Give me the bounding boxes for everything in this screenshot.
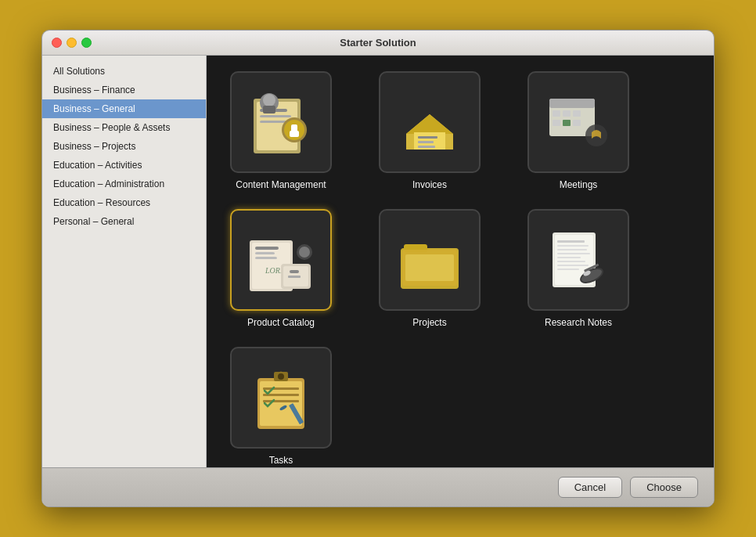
icon-invoices (379, 71, 481, 173)
svg-rect-8 (290, 131, 299, 137)
svg-rect-20 (553, 110, 560, 117)
solution-grid: Content Management Invoices Meetings LO (222, 71, 698, 466)
icon-product-catalog: LOREM (230, 209, 332, 311)
content-area: Content Management Invoices Meetings LO (207, 56, 714, 467)
icon-content-management (230, 71, 332, 173)
svg-rect-46 (557, 240, 585, 243)
svg-rect-21 (563, 110, 571, 117)
close-button[interactable] (52, 38, 62, 48)
svg-rect-31 (255, 257, 277, 259)
svg-rect-47 (557, 245, 589, 247)
window: Starter Solution All SolutionsBusiness –… (41, 30, 715, 507)
maximize-button[interactable] (81, 38, 92, 48)
svg-rect-11 (263, 106, 275, 114)
sidebar-item-all-solutions[interactable]: All Solutions (42, 62, 206, 81)
svg-point-38 (299, 247, 310, 258)
grid-item-research-notes[interactable]: Research Notes (520, 209, 637, 328)
svg-rect-50 (557, 257, 581, 258)
grid-item-content-management[interactable]: Content Management (222, 71, 340, 190)
svg-rect-43 (405, 254, 454, 281)
svg-rect-22 (573, 110, 581, 117)
svg-marker-13 (406, 114, 453, 134)
minimize-button[interactable] (67, 38, 77, 48)
icon-research-notes (527, 209, 629, 311)
label-invoices: Invoices (412, 179, 447, 190)
window-title: Starter Solution (340, 37, 416, 49)
svg-rect-62 (263, 387, 299, 390)
sidebar-item-business-people[interactable]: Business – People & Assets (42, 118, 206, 137)
svg-rect-64 (263, 400, 299, 402)
label-meetings: Meetings (560, 179, 598, 190)
sidebar-item-education-resources[interactable]: Education – Resources (42, 193, 206, 212)
label-projects: Projects (412, 317, 446, 328)
footer: Cancel Choose (42, 467, 714, 506)
sidebar-item-personal-general[interactable]: Personal – General (42, 212, 206, 231)
svg-point-61 (278, 373, 284, 380)
svg-rect-23 (553, 120, 560, 126)
cancel-button[interactable]: Cancel (558, 477, 622, 498)
label-tasks: Tasks (269, 455, 293, 466)
svg-rect-19 (549, 99, 595, 108)
icon-tasks (230, 347, 332, 449)
sidebar-item-education-administration[interactable]: Education – Administration (42, 175, 206, 193)
label-research-notes: Research Notes (545, 317, 612, 328)
svg-rect-53 (557, 268, 579, 270)
label-content-management: Content Management (236, 179, 326, 190)
label-product-catalog: Product Catalog (247, 317, 315, 328)
svg-rect-49 (557, 253, 590, 254)
svg-rect-35 (290, 270, 299, 273)
choose-button[interactable]: Choose (630, 477, 698, 498)
svg-rect-52 (557, 265, 589, 266)
sidebar-item-business-projects[interactable]: Business – Projects (42, 137, 206, 156)
svg-rect-3 (260, 115, 291, 117)
grid-item-meetings[interactable]: Meetings (520, 71, 637, 190)
svg-rect-36 (288, 276, 301, 278)
svg-rect-15 (418, 136, 437, 139)
svg-rect-29 (255, 247, 279, 250)
icon-projects (379, 209, 481, 311)
svg-rect-25 (573, 120, 581, 126)
svg-rect-17 (418, 146, 435, 148)
svg-rect-16 (418, 141, 434, 143)
titlebar: Starter Solution (42, 31, 714, 56)
sidebar-item-business-general[interactable]: Business – General (42, 99, 206, 118)
sidebar: All SolutionsBusiness – FinanceBusiness … (42, 56, 207, 467)
sidebar-item-education-activities[interactable]: Education – Activities (42, 156, 206, 175)
grid-item-invoices[interactable]: Invoices (371, 71, 488, 190)
svg-rect-30 (255, 252, 275, 254)
sidebar-item-business-finance[interactable]: Business – Finance (42, 81, 206, 99)
grid-item-projects[interactable]: Projects (371, 209, 488, 328)
main-content: All SolutionsBusiness – FinanceBusiness … (42, 56, 714, 467)
icon-meetings (527, 71, 629, 173)
svg-rect-48 (557, 249, 587, 250)
svg-rect-24 (563, 120, 571, 126)
grid-item-tasks[interactable]: Tasks (222, 347, 340, 466)
traffic-lights (52, 38, 92, 48)
svg-point-10 (263, 94, 275, 106)
grid-item-product-catalog[interactable]: LOREM Product Catalog (222, 209, 340, 328)
svg-rect-51 (557, 261, 585, 262)
